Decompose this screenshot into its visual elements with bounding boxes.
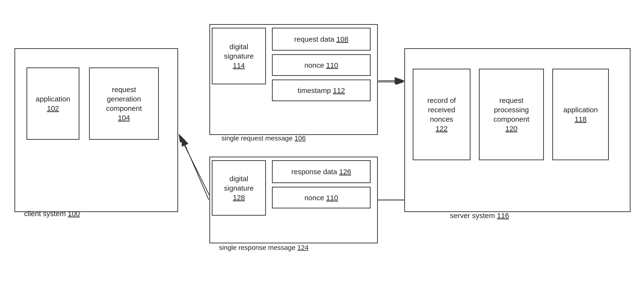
nonce-110-resp-text: nonce 110 — [304, 193, 338, 202]
digital-sig-114-number: 114 — [233, 62, 245, 69]
response-data-126-box: response data 126 — [272, 160, 370, 183]
nonce-110-req-box: nonce 110 — [272, 54, 370, 76]
nonce-110-resp-number: 110 — [326, 194, 338, 202]
application-118-box: application118 — [552, 69, 609, 160]
timestamp-112-box: timestamp 112 — [272, 80, 370, 101]
request-gen-104-box: requestgenerationcomponent104 — [89, 68, 159, 140]
response-data-126-number: 126 — [339, 168, 351, 176]
diagram: client system 100 application102 request… — [0, 0, 644, 293]
digital-sig-128-box: digitalsignature128 — [212, 160, 266, 216]
request-gen-104-text: requestgenerationcomponent104 — [106, 85, 142, 122]
request-data-108-text: request data 108 — [294, 35, 348, 44]
request-processing-120-number: 120 — [506, 125, 518, 133]
record-nonces-122-number: 122 — [436, 125, 448, 133]
single-request-106-number: 106 — [294, 134, 306, 142]
nonce-110-req-number: 110 — [326, 61, 338, 69]
digital-sig-114-box: digitalsignature114 — [212, 28, 266, 84]
timestamp-112-text: timestamp 112 — [298, 86, 345, 95]
record-nonces-122-box: record ofreceivednonces122 — [413, 69, 470, 160]
svg-line-6 — [182, 137, 209, 200]
digital-sig-114-text: digitalsignature114 — [224, 42, 254, 70]
svg-line-2 — [179, 135, 212, 200]
single-request-106-label: single request message 106 — [222, 134, 306, 142]
record-nonces-122-text: record ofreceivednonces122 — [428, 96, 456, 133]
request-processing-120-box: requestprocessingcomponent120 — [479, 69, 544, 160]
nonce-110-resp-box: nonce 110 — [272, 187, 370, 208]
application-118-number: 118 — [574, 115, 586, 123]
digital-sig-128-text: digitalsignature128 — [224, 174, 254, 202]
server-system-number: 116 — [497, 212, 509, 219]
application-102-number: 102 — [47, 104, 59, 112]
single-response-124-label: single response message 124 — [219, 244, 308, 251]
request-data-108-number: 108 — [336, 35, 348, 43]
client-system-label: client system 100 — [24, 210, 80, 218]
digital-sig-128-number: 128 — [233, 193, 245, 201]
server-system-label: server system 116 — [450, 212, 509, 220]
single-response-124-number: 124 — [297, 244, 308, 251]
response-data-126-text: response data 126 — [292, 167, 351, 176]
request-processing-120-text: requestprocessingcomponent120 — [494, 96, 529, 133]
request-data-108-box: request data 108 — [272, 28, 370, 51]
application-102-box: application102 — [26, 68, 80, 140]
client-system-number: 100 — [68, 210, 80, 218]
application-102-text: application102 — [36, 94, 70, 113]
application-118-text: application118 — [564, 105, 598, 124]
request-gen-104-number: 104 — [118, 114, 130, 122]
timestamp-112-number: 112 — [333, 87, 345, 94]
nonce-110-req-text: nonce 110 — [304, 61, 338, 70]
